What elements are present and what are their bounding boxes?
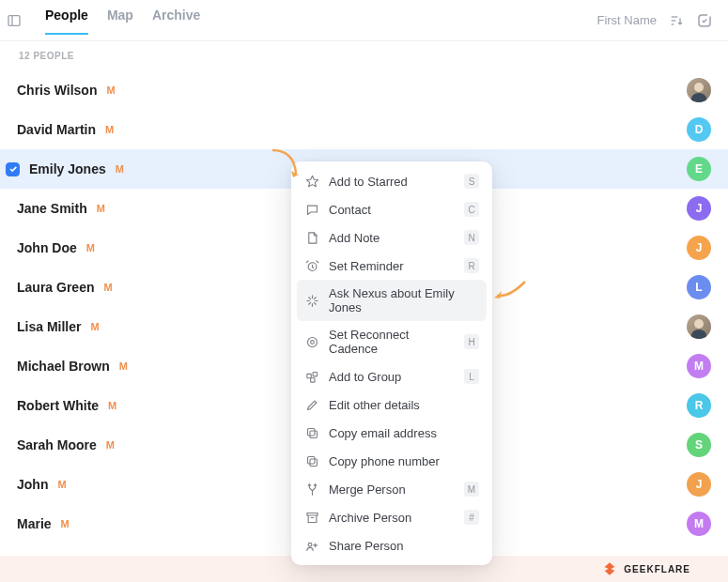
svg-rect-15: [306, 513, 317, 515]
sort-icon[interactable]: [668, 12, 685, 29]
menu-item[interactable]: ContactC: [297, 195, 487, 223]
person-marker: M: [106, 439, 115, 451]
menu-item-label: Merge Person: [329, 482, 455, 497]
row-left: JohnM: [17, 477, 67, 492]
tab-map[interactable]: Map: [107, 8, 133, 34]
context-menu: Add to StarredSContactCAdd NoteNSet Remi…: [291, 161, 492, 565]
person-marker: M: [105, 124, 114, 135]
menu-item-shortcut: N: [464, 230, 479, 245]
person-marker: M: [103, 282, 112, 293]
sidebar-toggle-icon[interactable]: [6, 12, 23, 29]
person-row[interactable]: David MartinMD: [0, 110, 728, 149]
person-avatar[interactable]: M: [687, 354, 711, 378]
person-marker: M: [97, 203, 105, 214]
person-name: Chris Wilson: [17, 83, 97, 98]
menu-item-label: Copy phone number: [329, 454, 479, 468]
menu-item-shortcut: S: [464, 174, 479, 189]
group-icon: [304, 369, 319, 384]
sort-label[interactable]: First Name: [596, 13, 657, 27]
menu-item[interactable]: Add NoteN: [297, 223, 487, 252]
person-avatar[interactable]: J: [687, 472, 711, 497]
person-marker: M: [57, 479, 66, 490]
row-left: Laura GreenM: [17, 280, 113, 295]
svg-rect-14: [307, 456, 315, 464]
person-avatar[interactable]: [687, 78, 711, 102]
menu-item-shortcut: L: [464, 369, 479, 384]
svg-rect-12: [307, 428, 315, 436]
svg-point-7: [310, 340, 314, 344]
person-name: Michael Brown: [17, 359, 110, 374]
tab-archive[interactable]: Archive: [152, 8, 200, 34]
row-left: Lisa MillerM: [17, 319, 100, 334]
people-count: 12 PEOPLE: [0, 41, 728, 70]
person-marker: M: [108, 400, 116, 411]
menu-item[interactable]: Set ReminderR: [297, 252, 487, 280]
tab-people[interactable]: People: [45, 8, 88, 34]
sparkle-icon: [304, 293, 319, 308]
select-mode-icon[interactable]: [696, 12, 713, 29]
row-left: David MartinM: [17, 122, 114, 137]
person-avatar[interactable]: R: [687, 393, 711, 418]
svg-point-16: [308, 543, 312, 546]
person-avatar[interactable]: J: [687, 236, 711, 260]
header-right: First Name: [596, 12, 713, 29]
pencil-icon: [304, 397, 319, 412]
menu-item[interactable]: Set Reconnect CadenceH: [297, 321, 487, 362]
menu-item-label: Contact: [329, 203, 455, 217]
header-left: People Map Archive: [6, 8, 200, 34]
svg-rect-8: [306, 374, 310, 377]
person-avatar[interactable]: E: [687, 157, 711, 181]
menu-item[interactable]: Copy phone number: [297, 447, 487, 475]
menu-item-shortcut: H: [464, 334, 479, 349]
note-icon: [304, 230, 319, 245]
person-name: Sarah Moore: [17, 437, 97, 452]
menu-item[interactable]: Add to GroupL: [297, 362, 487, 391]
person-marker: M: [86, 242, 95, 253]
menu-item-label: Set Reconnect Cadence: [329, 328, 455, 356]
menu-item[interactable]: Ask Nexus about Emily Jones: [297, 280, 487, 321]
menu-item[interactable]: Edit other details: [297, 391, 487, 419]
row-left: Sarah MooreM: [17, 437, 115, 452]
menu-item[interactable]: Add to StarredS: [297, 167, 487, 195]
menu-item-label: Ask Nexus about Emily Jones: [329, 286, 479, 314]
menu-item-label: Add to Starred: [329, 175, 455, 189]
menu-item-shortcut: C: [464, 202, 479, 217]
person-name: David Martin: [17, 122, 96, 137]
menu-item-label: Copy email address: [329, 426, 479, 440]
menu-item[interactable]: Merge PersonM: [297, 475, 487, 503]
row-left: Robert WhiteM: [17, 398, 116, 413]
row-left: Chris WilsonM: [17, 83, 116, 98]
row-checkbox[interactable]: [6, 162, 20, 176]
person-name: Marie: [17, 516, 52, 531]
menu-item-label: Set Reminder: [329, 259, 455, 273]
menu-item[interactable]: Copy email address: [297, 419, 487, 447]
row-left: MarieM: [17, 516, 70, 531]
person-avatar[interactable]: L: [687, 275, 711, 299]
person-avatar[interactable]: [687, 314, 711, 339]
target-icon: [304, 334, 319, 349]
person-row[interactable]: Chris WilsonM: [0, 70, 728, 110]
person-name: Lisa Miller: [17, 319, 81, 334]
row-left: Jane SmithM: [17, 201, 105, 216]
svg-rect-13: [310, 459, 318, 467]
person-name: Jane Smith: [17, 201, 87, 216]
chat-icon: [304, 202, 319, 217]
archive-icon: [304, 510, 319, 525]
header-bar: People Map Archive First Name: [0, 0, 728, 41]
copy-icon: [304, 453, 319, 468]
menu-item[interactable]: Share Person: [297, 531, 487, 559]
menu-item-label: Share Person: [329, 539, 479, 553]
svg-rect-10: [310, 377, 314, 381]
person-avatar[interactable]: J: [687, 196, 711, 221]
person-name: Laura Green: [17, 280, 94, 295]
tabs: People Map Archive: [45, 8, 200, 34]
person-marker: M: [119, 360, 128, 372]
menu-item[interactable]: Archive Person#: [297, 503, 487, 531]
person-marker: M: [61, 518, 70, 529]
copy-icon: [304, 425, 319, 440]
person-marker: M: [116, 163, 124, 175]
person-avatar[interactable]: S: [687, 433, 711, 457]
person-avatar[interactable]: M: [687, 512, 711, 536]
menu-item-shortcut: M: [464, 482, 479, 497]
person-avatar[interactable]: D: [687, 117, 711, 142]
